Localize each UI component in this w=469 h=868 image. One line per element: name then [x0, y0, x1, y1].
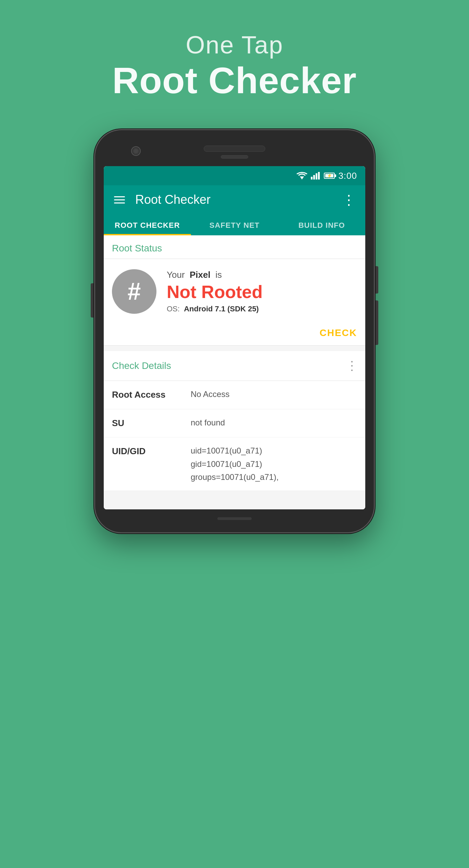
hamburger-line-2: [114, 199, 125, 200]
root-status-result: Not Rooted: [167, 282, 357, 302]
power-button: [376, 266, 378, 294]
tab-root-checker[interactable]: ROOT CHECKER: [104, 214, 191, 235]
wifi-icon: [296, 172, 307, 179]
root-access-label: Root Access: [112, 388, 180, 402]
svg-rect-1: [311, 177, 313, 179]
check-button-row: CHECK: [104, 324, 365, 345]
svg-rect-2: [313, 175, 315, 179]
phone-body: ⚡ 3:00 Root Checker ⋮ ROOT CHECKER SAFET…: [94, 129, 375, 533]
device-name: Pixel: [190, 270, 211, 280]
svg-marker-0: [300, 176, 304, 179]
battery-icon: ⚡: [324, 173, 335, 179]
app-bar: Root Checker ⋮: [104, 185, 365, 214]
earpiece-speaker: [204, 146, 265, 152]
tab-safety-net[interactable]: SAFETY NET: [191, 214, 278, 235]
phone-mockup: ⚡ 3:00 Root Checker ⋮ ROOT CHECKER SAFET…: [0, 129, 469, 533]
check-details-card: Check Details ⋮ Root Access No Access SU…: [104, 351, 365, 491]
app-bar-title: Root Checker: [135, 193, 339, 207]
su-value: not found: [191, 416, 357, 431]
uid-gid-label: UID/GID: [112, 444, 180, 484]
phone-screen: ⚡ 3:00 Root Checker ⋮ ROOT CHECKER SAFET…: [104, 166, 365, 509]
volume-up-button: [91, 283, 93, 318]
uid-gid-value: uid=10071(u0_a71) gid=10071(u0_a71) grou…: [191, 444, 357, 484]
signal-icon: [311, 172, 320, 179]
root-access-value: No Access: [191, 388, 357, 402]
main-content: Root Status # Your Pixel is Not Rooted: [104, 235, 365, 509]
svg-rect-3: [316, 173, 317, 179]
os-version: Android 7.1 (SDK 25): [184, 305, 259, 313]
check-details-header: Check Details ⋮: [104, 351, 365, 381]
front-camera: [131, 146, 141, 156]
root-status-card: Root Status # Your Pixel is Not Rooted: [104, 235, 365, 346]
uid-gid-row: UID/GID uid=10071(u0_a71) gid=10071(u0_a…: [104, 437, 365, 491]
status-time: 3:00: [338, 171, 357, 181]
device-description: Your Pixel is: [167, 270, 357, 280]
svg-rect-4: [318, 172, 320, 179]
hero-title: Root Checker: [0, 59, 469, 102]
status-bar: ⚡ 3:00: [104, 166, 365, 185]
hamburger-menu-button[interactable]: [111, 193, 128, 207]
su-label: SU: [112, 416, 180, 431]
hamburger-line-1: [114, 196, 125, 197]
hash-icon: #: [128, 280, 141, 303]
check-button[interactable]: CHECK: [319, 327, 357, 338]
root-access-row: Root Access No Access: [104, 381, 365, 409]
check-details-title: Check Details: [112, 360, 171, 371]
hero-subtitle: One Tap: [0, 31, 469, 59]
your-label: Your: [167, 270, 185, 280]
root-status-body: # Your Pixel is Not Rooted OS: A: [104, 259, 365, 324]
hamburger-line-3: [114, 202, 125, 203]
tab-build-info[interactable]: BUILD INFO: [278, 214, 365, 235]
volume-button: [376, 300, 378, 345]
su-row: SU not found: [104, 409, 365, 438]
hero-section: One Tap Root Checker: [0, 0, 469, 122]
bottom-bar: [217, 517, 252, 520]
status-icons: ⚡ 3:00: [296, 171, 357, 181]
home-button-stub: [221, 155, 248, 159]
root-status-header: Root Status: [104, 235, 365, 259]
os-version-line: OS: Android 7.1 (SDK 25): [167, 305, 357, 313]
is-label: is: [215, 270, 222, 280]
overflow-menu-icon[interactable]: ⋮: [339, 188, 358, 211]
phone-top-hardware: [104, 139, 365, 166]
details-overflow-icon[interactable]: ⋮: [346, 359, 357, 373]
root-status-info: Your Pixel is Not Rooted OS: Android 7.1…: [167, 270, 357, 313]
os-label: OS:: [167, 305, 180, 313]
root-icon-circle: #: [112, 269, 156, 314]
tab-bar: ROOT CHECKER SAFETY NET BUILD INFO: [104, 214, 365, 235]
